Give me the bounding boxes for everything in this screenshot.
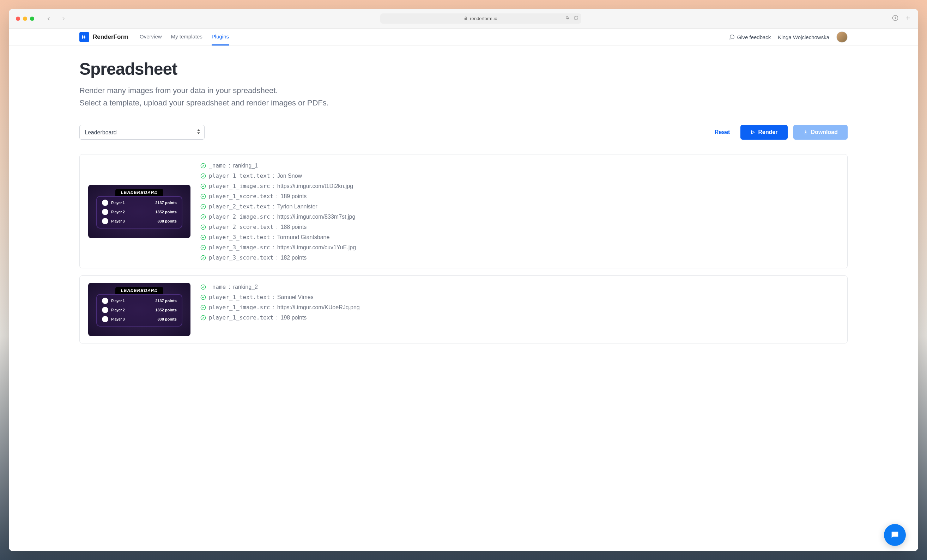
- svg-point-14: [201, 305, 205, 310]
- forward-button[interactable]: [58, 14, 69, 23]
- page-content: Spreadsheet Render many images from your…: [9, 46, 918, 551]
- check-icon: [201, 204, 206, 209]
- nav-my-templates[interactable]: My templates: [171, 29, 202, 46]
- url-text: renderform.io: [470, 16, 497, 21]
- check-icon: [201, 294, 206, 300]
- app-nav: RenderForm Overview My templates Plugins…: [9, 29, 918, 46]
- check-icon: [201, 235, 206, 240]
- username[interactable]: Kinga Wojciechowska: [778, 34, 829, 40]
- svg-point-10: [201, 245, 205, 250]
- check-icon: [201, 245, 206, 250]
- template-select[interactable]: Leaderboard: [79, 125, 205, 140]
- field-value: https://i.imgur.com/t1Dt2kn.jpg: [277, 183, 353, 190]
- field-value: Tyrion Lannister: [277, 203, 318, 210]
- svg-point-9: [201, 235, 205, 240]
- preview-body: Player 1 2137 points Player 2 1852 point…: [96, 294, 182, 326]
- back-button[interactable]: [43, 14, 54, 23]
- preview-row: Player 1 2137 points: [102, 297, 177, 304]
- preview-avatar: [102, 316, 108, 322]
- preview-row: Player 2 1852 points: [102, 209, 177, 215]
- preview-avatar: [102, 200, 108, 206]
- nav-overview[interactable]: Overview: [140, 29, 162, 46]
- window-close[interactable]: [16, 17, 20, 21]
- preview-player-name: Player 1: [111, 299, 125, 303]
- check-icon: [201, 173, 206, 179]
- check-icon: [201, 163, 206, 168]
- window-maximize[interactable]: [30, 17, 34, 21]
- preview-row: Player 1 2137 points: [102, 200, 177, 206]
- check-icon: [201, 214, 206, 220]
- field-list: _name : ranking_1 player_1_text.text : J…: [201, 161, 839, 261]
- field-key: player_1_score.text: [209, 193, 274, 200]
- give-feedback[interactable]: Give feedback: [729, 34, 771, 40]
- brand[interactable]: RenderForm: [79, 32, 128, 42]
- field-key: player_1_text.text: [209, 294, 270, 300]
- play-icon: [750, 130, 755, 135]
- preview-row: Player 2 1852 points: [102, 307, 177, 313]
- check-icon: [201, 194, 206, 199]
- field-key: player_1_text.text: [209, 173, 270, 179]
- svg-point-3: [201, 173, 205, 178]
- field-key: player_2_image.src: [209, 213, 270, 220]
- chat-fab[interactable]: [884, 524, 906, 546]
- preview-player-score: 2137 points: [155, 299, 177, 303]
- svg-point-12: [201, 285, 205, 289]
- url-bar[interactable]: renderform.io: [380, 14, 581, 24]
- check-icon: [201, 305, 206, 310]
- traffic-lights: [16, 17, 34, 21]
- check-icon: [201, 184, 206, 189]
- template-preview: LEADERBOARD Player 1 2137 points Player …: [88, 161, 190, 261]
- field-key: player_3_text.text: [209, 234, 270, 240]
- lock-icon: [464, 16, 468, 21]
- window-minimize[interactable]: [23, 17, 27, 21]
- svg-point-15: [201, 315, 205, 320]
- field-row: player_2_text.text : Tyrion Lannister: [201, 203, 839, 210]
- render-card: LEADERBOARD Player 1 2137 points Player …: [79, 154, 848, 269]
- downloads-icon[interactable]: [892, 15, 898, 23]
- field-value: ranking_2: [233, 284, 258, 290]
- check-icon: [201, 255, 206, 261]
- svg-point-11: [201, 255, 205, 260]
- template-preview: LEADERBOARD Player 1 2137 points Player …: [88, 283, 190, 336]
- preview-avatar: [102, 218, 108, 224]
- controls-row: Leaderboard Reset Render Download: [79, 125, 848, 147]
- translate-icon[interactable]: [565, 15, 571, 22]
- svg-point-13: [201, 295, 205, 299]
- check-icon: [201, 315, 206, 320]
- field-key: player_1_score.text: [209, 314, 274, 321]
- preview-player-name: Player 3: [111, 219, 125, 223]
- svg-point-2: [201, 163, 205, 168]
- field-key: player_3_score.text: [209, 254, 274, 261]
- field-value: 189 points: [280, 193, 307, 200]
- field-key: player_1_image.src: [209, 183, 270, 190]
- preview-player-name: Player 3: [111, 317, 125, 321]
- svg-marker-1: [752, 131, 755, 134]
- svg-point-4: [201, 184, 205, 188]
- render-button[interactable]: Render: [740, 125, 787, 140]
- page-description: Render many images from your data in you…: [79, 84, 848, 109]
- new-tab-icon[interactable]: [905, 15, 911, 23]
- field-list: _name : ranking_2 player_1_text.text : S…: [201, 283, 839, 336]
- field-row: _name : ranking_1: [201, 162, 839, 169]
- field-row: player_1_score.text : 198 points: [201, 314, 839, 321]
- preview-player-name: Player 2: [111, 210, 125, 214]
- field-value: 198 points: [280, 314, 307, 321]
- refresh-icon[interactable]: [574, 15, 579, 22]
- nav-plugins[interactable]: Plugins: [212, 29, 229, 46]
- field-row: player_3_text.text : Tormund Giantsbane: [201, 234, 839, 240]
- page-title: Spreadsheet: [79, 59, 848, 79]
- reset-button[interactable]: Reset: [710, 129, 735, 135]
- preview-avatar: [102, 209, 108, 215]
- field-value: 182 points: [280, 255, 307, 261]
- field-row: player_1_text.text : Jon Snow: [201, 173, 839, 179]
- field-row: _name : ranking_2: [201, 284, 839, 290]
- check-icon: [201, 284, 206, 290]
- download-button[interactable]: Download: [793, 125, 848, 140]
- preview-body: Player 1 2137 points Player 2 1852 point…: [96, 196, 182, 229]
- field-row: player_2_image.src : https://i.imgur.com…: [201, 213, 839, 220]
- field-row: player_1_score.text : 189 points: [201, 193, 839, 200]
- chat-bubble-icon: [890, 530, 900, 540]
- avatar[interactable]: [836, 31, 848, 42]
- field-row: player_3_image.src : https://i.imgur.com…: [201, 244, 839, 251]
- preview-player-score: 1852 points: [155, 210, 177, 214]
